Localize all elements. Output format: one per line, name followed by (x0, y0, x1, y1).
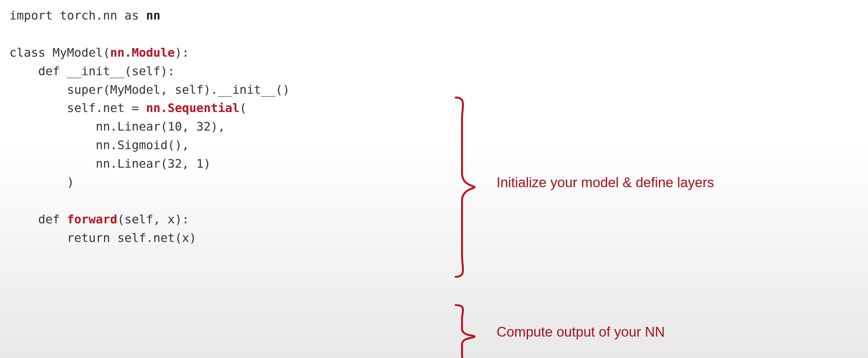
code-line-4: def __init__(self): (9, 64, 175, 78)
code-line-7: nn.Linear(10, 32), (9, 119, 225, 133)
slide-container: import torch.nn as nn class MyModel(nn.M… (0, 0, 868, 358)
code-line-8: nn.Sigmoid(), (9, 138, 189, 152)
annotation-top: Initialize your model & define layers (497, 174, 714, 190)
annotation-bottom: Compute output of your NN (497, 324, 665, 340)
brace-icon-bottom (450, 302, 478, 358)
code-block: import torch.nn as nn class MyModel(nn.M… (9, 6, 290, 247)
code-line-9: nn.Linear(32, 1) (9, 157, 211, 170)
code-line-12: def forward(self, x): (9, 212, 189, 226)
code-line-13: return self.net(x) (9, 231, 196, 245)
code-line-3: class MyModel(nn.Module): (9, 46, 189, 59)
code-line-10: ) (9, 175, 74, 189)
code-line-1: import torch.nn as nn (9, 8, 160, 22)
code-line-6: self.net = nn.Sequential( (9, 101, 247, 115)
code-line-5: super(MyModel, self).__init__() (9, 83, 290, 97)
brace-icon-top (450, 94, 478, 280)
